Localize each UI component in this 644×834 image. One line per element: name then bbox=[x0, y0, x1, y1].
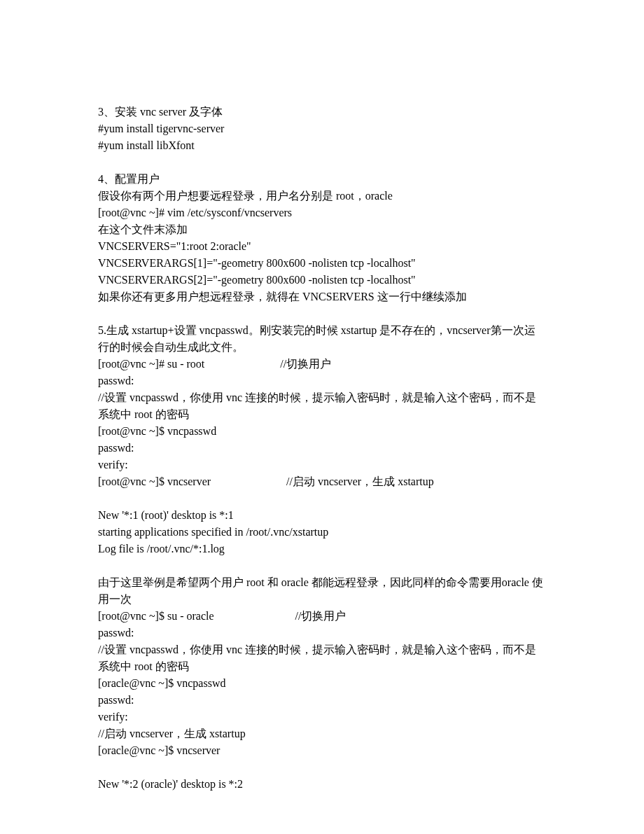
text-line: #yum install libXfont bbox=[98, 137, 546, 154]
text-line: New '*:2 (oracle)' desktop is *:2 bbox=[98, 776, 546, 793]
text-line: passwd: bbox=[98, 440, 546, 457]
text-line: verify: bbox=[98, 709, 546, 725]
text-line: //启动 vncserver，生成 xstartup bbox=[98, 725, 546, 742]
text-line: passwd: bbox=[98, 373, 546, 389]
text-line: [oracle@vnc ~]$ vncserver bbox=[98, 742, 546, 759]
text-line: 假设你有两个用户想要远程登录，用户名分别是 root，oracle bbox=[98, 188, 546, 204]
text-line: //设置 vncpasswd，你使用 vnc 连接的时候，提示输入密码时，就是输… bbox=[98, 389, 546, 423]
text-line: [root@vnc ~]$ su - oracle //切换用户 bbox=[98, 608, 546, 625]
text-line bbox=[98, 759, 546, 776]
text-line: VNCSERVERS="1:root 2:oracle" bbox=[98, 238, 546, 255]
text-line: #yum install tigervnc-server bbox=[98, 120, 546, 137]
text-line bbox=[98, 154, 546, 171]
text-line: verify: bbox=[98, 457, 546, 473]
document-body: 3、安装 vnc server 及字体#yum install tigervnc… bbox=[98, 104, 546, 793]
text-line: [root@vnc ~]# su - root //切换用户 bbox=[98, 356, 546, 373]
text-line: VNCSERVERARGS[1]="-geometry 800x600 -nol… bbox=[98, 255, 546, 272]
text-line: //设置 vncpasswd，你使用 vnc 连接的时候，提示输入密码时，就是输… bbox=[98, 641, 546, 675]
text-line bbox=[98, 557, 546, 574]
text-line: 5.生成 xstartup+设置 vncpasswd。刚安装完的时候 xstar… bbox=[98, 322, 546, 356]
text-line: 在这个文件末添加 bbox=[98, 221, 546, 238]
text-line bbox=[98, 490, 546, 507]
text-line: 4、配置用户 bbox=[98, 171, 546, 188]
text-line: 由于这里举例是希望两个用户 root 和 oracle 都能远程登录，因此同样的… bbox=[98, 574, 546, 608]
text-line: [root@vnc ~]# vim /etc/sysconf/vncserver… bbox=[98, 204, 546, 221]
text-line: 如果你还有更多用户想远程登录，就得在 VNCSERVERS 这一行中继续添加 bbox=[98, 289, 546, 305]
text-line: starting applications specified in /root… bbox=[98, 524, 546, 541]
text-line bbox=[98, 305, 546, 322]
text-line: passwd: bbox=[98, 692, 546, 709]
text-line: VNCSERVERARGS[2]="-geometry 800x600 -nol… bbox=[98, 272, 546, 289]
text-line: New '*:1 (root)' desktop is *:1 bbox=[98, 507, 546, 524]
text-line: passwd: bbox=[98, 625, 546, 641]
text-line: [root@vnc ~]$ vncpasswd bbox=[98, 423, 546, 440]
text-line: [oracle@vnc ~]$ vncpasswd bbox=[98, 675, 546, 692]
text-line: 3、安装 vnc server 及字体 bbox=[98, 104, 546, 120]
text-line: [root@vnc ~]$ vncserver //启动 vncserver，生… bbox=[98, 473, 546, 490]
text-line: Log file is /root/.vnc/*:1.log bbox=[98, 541, 546, 557]
